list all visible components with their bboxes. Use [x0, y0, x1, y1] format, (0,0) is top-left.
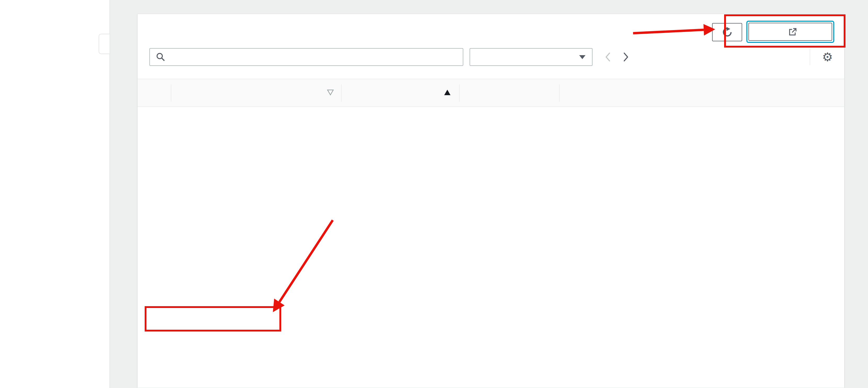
request-button-focus-ring [746, 21, 834, 43]
request-limit-increase-button[interactable] [748, 23, 832, 41]
chevron-left-icon [605, 52, 611, 62]
column-divider [171, 85, 172, 102]
sort-desc-outline-icon[interactable] [327, 89, 334, 96]
refresh-button[interactable] [712, 23, 742, 41]
caret-down-icon [579, 55, 586, 59]
sort-asc-filled-icon[interactable] [444, 89, 451, 96]
next-page-button[interactable] [617, 52, 635, 62]
column-divider [341, 85, 342, 102]
pagination [598, 48, 635, 66]
chevron-right-icon [623, 52, 629, 62]
previous-page-button[interactable] [598, 52, 617, 62]
external-link-icon [788, 28, 797, 36]
sidebar-collapse-button[interactable] [99, 34, 110, 54]
table-header [137, 79, 844, 107]
gear-icon: ⚙ [822, 50, 833, 64]
refresh-icon [721, 26, 733, 38]
column-divider [559, 85, 560, 102]
column-divider [459, 85, 460, 102]
table-settings-button[interactable]: ⚙ [818, 48, 837, 66]
limits-panel: ⚙ [137, 14, 844, 388]
ec2-sidebar [0, 0, 110, 388]
search-box [149, 48, 463, 66]
filter-select[interactable] [470, 48, 592, 66]
search-icon [156, 52, 165, 62]
toolbar-divider [810, 49, 810, 65]
search-input[interactable] [170, 49, 463, 65]
